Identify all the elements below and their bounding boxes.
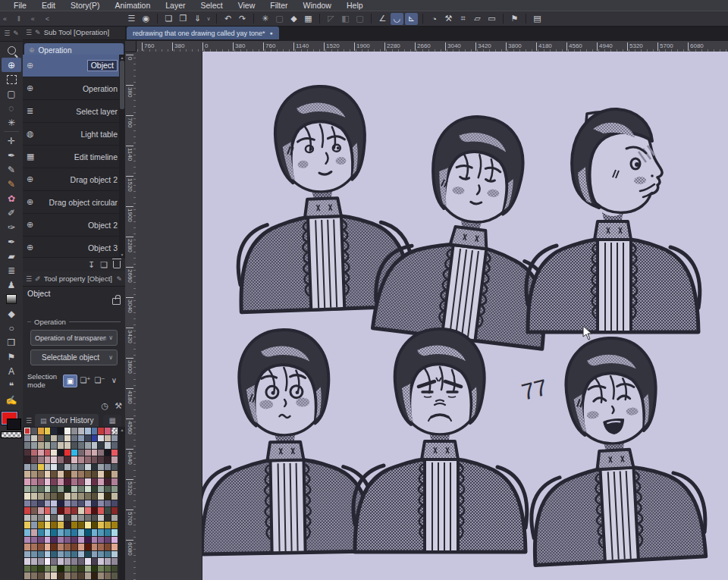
marquee-tool-icon[interactable] — [2, 72, 21, 86]
color-swatch[interactable] — [85, 456, 91, 463]
subtract-selection-icon[interactable]: ❏⁻ — [93, 375, 106, 386]
color-swatch[interactable] — [85, 507, 91, 514]
color-swatch[interactable] — [45, 551, 51, 558]
color-swatch[interactable] — [31, 471, 37, 478]
color-swatch[interactable] — [45, 450, 51, 456]
color-swatch[interactable] — [78, 500, 84, 507]
color-swatch[interactable] — [105, 493, 111, 500]
color-swatch[interactable] — [85, 464, 91, 471]
color-swatch[interactable] — [51, 522, 57, 528]
text-tool-icon[interactable]: A — [2, 364, 21, 378]
advanced-settings-icon[interactable]: ⚒ — [115, 401, 122, 411]
document-tab[interactable]: redrawing that one drawing called yay to… — [127, 27, 279, 39]
color-swatch[interactable] — [78, 537, 84, 544]
color-swatch[interactable] — [92, 537, 98, 544]
color-swatch[interactable] — [38, 522, 44, 528]
color-swatch[interactable] — [92, 428, 98, 434]
color-swatch[interactable] — [31, 522, 37, 528]
color-swatch[interactable] — [31, 478, 37, 485]
layer-select-tool-icon[interactable]: ❒ — [2, 335, 21, 350]
background-color-chip[interactable] — [7, 419, 21, 430]
color-swatch[interactable] — [64, 442, 71, 449]
subtool-item-object-3[interactable]: ⊕Object 3 — [23, 237, 125, 258]
color-swatch[interactable] — [78, 464, 84, 471]
color-swatch[interactable] — [85, 471, 91, 478]
color-swatch[interactable] — [71, 572, 77, 579]
color-swatch[interactable] — [111, 464, 118, 471]
color-swatch[interactable] — [111, 486, 118, 493]
color-swatch[interactable] — [51, 566, 57, 572]
color-swatch[interactable] — [51, 551, 57, 558]
color-swatch[interactable] — [78, 486, 84, 493]
figure-tool-icon[interactable]: ○ — [2, 321, 21, 335]
color-swatch[interactable] — [85, 558, 91, 565]
menu-layer[interactable]: Layer — [158, 0, 193, 11]
color-swatch[interactable] — [51, 456, 57, 463]
color-swatch[interactable] — [24, 507, 30, 514]
color-swatch[interactable] — [58, 529, 64, 536]
scroll-up-icon[interactable]: ▲ — [121, 428, 124, 432]
delete-subtool-icon[interactable] — [113, 261, 121, 268]
pencil-tool-icon[interactable]: ✐ — [2, 205, 21, 220]
color-swatch[interactable] — [92, 544, 98, 550]
color-swatch[interactable] — [24, 572, 30, 579]
color-swatch[interactable] — [51, 428, 57, 434]
color-swatch[interactable] — [105, 428, 111, 434]
color-swatch[interactable] — [31, 428, 37, 434]
color-swatch[interactable] — [64, 500, 71, 507]
color-swatch[interactable] — [98, 572, 104, 579]
color-swatch[interactable] — [105, 486, 111, 493]
color-swatch[interactable] — [45, 435, 51, 442]
color-swatch[interactable] — [38, 507, 44, 514]
color-swatch[interactable] — [24, 500, 30, 507]
color-swatch[interactable] — [45, 566, 51, 572]
color-swatch[interactable] — [64, 456, 71, 463]
color-swatch[interactable] — [64, 493, 71, 500]
color-swatch[interactable] — [92, 515, 98, 522]
color-swatch[interactable] — [111, 558, 118, 565]
color-swatch[interactable] — [58, 558, 64, 565]
color-swatch[interactable] — [38, 566, 44, 572]
color-swatch[interactable] — [58, 507, 64, 514]
panel-splitter-icon[interactable]: ‖ — [17, 15, 20, 23]
color-swatch[interactable] — [85, 537, 91, 544]
color-swatch[interactable] — [92, 478, 98, 485]
color-swatch[interactable] — [71, 442, 77, 449]
color-swatch[interactable] — [51, 558, 57, 565]
color-swatch[interactable] — [111, 471, 118, 478]
menu-help[interactable]: Help — [339, 0, 371, 11]
color-swatch[interactable] — [51, 529, 57, 536]
deselect-icon[interactable]: ▢ — [273, 13, 286, 25]
color-swatch[interactable] — [85, 428, 91, 434]
canvas-document[interactable]: 77 — [202, 52, 728, 580]
color-swatch[interactable] — [98, 428, 104, 434]
color-swatch[interactable] — [31, 435, 37, 442]
color-history-scrollbar[interactable]: ▲ — [119, 427, 125, 580]
color-swatch[interactable] — [98, 551, 104, 558]
color-swatch[interactable] — [58, 566, 64, 572]
frame-border-2-icon[interactable]: ▭ — [485, 13, 498, 25]
menu-storyp[interactable]: Story(P) — [63, 0, 108, 11]
color-swatch[interactable] — [24, 478, 30, 485]
color-swatch[interactable] — [45, 442, 51, 449]
color-swatch[interactable] — [98, 558, 104, 565]
color-swatch[interactable] — [31, 551, 37, 558]
select-frame-icon[interactable]: ▢ — [353, 13, 366, 25]
color-swatch[interactable] — [92, 551, 98, 558]
color-swatch[interactable] — [45, 558, 51, 565]
scrollbar-thumb[interactable] — [120, 61, 124, 109]
blend-tool-icon[interactable]: ≣ — [2, 263, 21, 277]
register-initial-settings-icon[interactable]: ◷ — [102, 401, 109, 411]
transparent-color-chip[interactable] — [1, 431, 22, 438]
color-swatch[interactable] — [64, 450, 71, 456]
color-swatch[interactable] — [24, 435, 30, 442]
color-swatch[interactable] — [111, 435, 118, 442]
color-swatch[interactable] — [38, 515, 44, 522]
color-swatch[interactable] — [31, 566, 37, 572]
color-swatch[interactable] — [58, 551, 64, 558]
color-swatch[interactable] — [58, 522, 64, 528]
color-swatch[interactable] — [85, 522, 91, 528]
color-swatch[interactable] — [45, 529, 51, 536]
collapse-panel-icon[interactable]: « — [3, 15, 7, 23]
color-swatch[interactable] — [71, 428, 77, 434]
